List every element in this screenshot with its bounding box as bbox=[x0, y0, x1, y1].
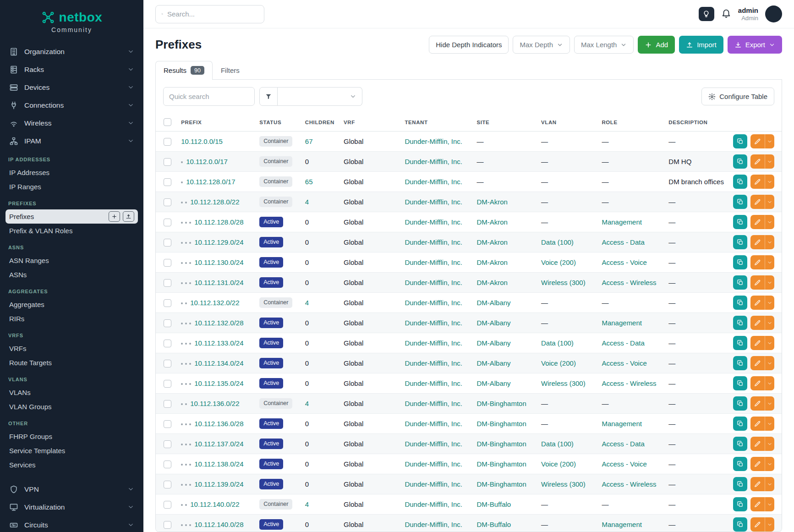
column-header-site[interactable]: SITE bbox=[472, 113, 537, 132]
site-link[interactable]: DM-Albany bbox=[476, 299, 510, 307]
saved-filter-select[interactable] bbox=[278, 87, 362, 106]
clone-button[interactable] bbox=[733, 497, 747, 511]
tenant-link[interactable]: Dunder-Mifflin, Inc. bbox=[405, 500, 462, 508]
vlan-link[interactable]: Voice (200) bbox=[541, 460, 576, 468]
clone-button[interactable] bbox=[733, 417, 747, 431]
user-menu[interactable]: admin Admin bbox=[738, 6, 758, 22]
children-link[interactable]: 4 bbox=[305, 400, 309, 407]
site-link[interactable]: DM-Binghamton bbox=[476, 460, 526, 468]
sidebar-item-vpn[interactable]: VPN bbox=[5, 480, 138, 498]
clone-button[interactable] bbox=[733, 517, 747, 532]
sidebar-item-devices[interactable]: Devices bbox=[5, 78, 138, 96]
edit-button[interactable] bbox=[750, 477, 765, 491]
vlan-link[interactable]: Wireless (300) bbox=[541, 279, 586, 286]
select-all-checkbox[interactable] bbox=[164, 118, 171, 126]
filter-button[interactable] bbox=[259, 87, 278, 106]
site-link[interactable]: DM-Binghamton bbox=[476, 440, 526, 448]
prefix-link[interactable]: 10.112.136.0/22 bbox=[190, 400, 239, 407]
sidebar-item-organization[interactable]: Organization bbox=[5, 43, 138, 60]
brand[interactable]: netbox Community bbox=[0, 0, 143, 35]
row-checkbox[interactable] bbox=[164, 420, 171, 428]
site-link[interactable]: DM-Albany bbox=[476, 359, 510, 367]
vlan-link[interactable]: Voice (200) bbox=[541, 258, 576, 266]
edit-button[interactable] bbox=[750, 296, 765, 310]
role-link[interactable]: Management bbox=[602, 521, 642, 528]
edit-dropdown-button[interactable] bbox=[765, 235, 774, 249]
prefix-link[interactable]: 10.112.132.0/22 bbox=[190, 299, 239, 307]
prefix-link[interactable]: 10.112.139.0/24 bbox=[194, 480, 243, 488]
tab-filters[interactable]: Filters bbox=[213, 61, 248, 80]
role-link[interactable]: Access - Wireless bbox=[602, 379, 656, 387]
edit-dropdown-button[interactable] bbox=[765, 396, 774, 411]
role-link[interactable]: Management bbox=[602, 420, 642, 428]
vlan-link[interactable]: Wireless (300) bbox=[541, 379, 586, 387]
prefix-link[interactable]: 10.112.130.0/24 bbox=[194, 258, 243, 266]
row-checkbox[interactable] bbox=[164, 380, 171, 388]
row-checkbox[interactable] bbox=[164, 259, 171, 267]
edit-button[interactable] bbox=[750, 275, 765, 290]
tenant-link[interactable]: Dunder-Mifflin, Inc. bbox=[405, 440, 462, 448]
row-checkbox[interactable] bbox=[164, 198, 171, 206]
role-link[interactable]: Access - Data bbox=[602, 440, 644, 448]
edit-dropdown-button[interactable] bbox=[765, 477, 774, 491]
edit-dropdown-button[interactable] bbox=[765, 195, 774, 209]
clone-button[interactable] bbox=[733, 356, 747, 370]
hide-depth-indicators-button[interactable]: Hide Depth Indicators bbox=[429, 36, 509, 54]
edit-dropdown-button[interactable] bbox=[765, 215, 774, 229]
prefix-link[interactable]: 10.112.132.0/28 bbox=[194, 319, 243, 327]
prefix-link[interactable]: 10.112.140.0/28 bbox=[194, 521, 243, 528]
clone-button[interactable] bbox=[733, 316, 747, 330]
clone-button[interactable] bbox=[733, 255, 747, 269]
sidebar-item-vlans[interactable]: VLANs bbox=[5, 385, 138, 400]
row-checkbox[interactable] bbox=[164, 178, 171, 186]
sidebar-item-vlan-groups[interactable]: VLAN Groups bbox=[5, 400, 138, 414]
edit-button[interactable] bbox=[750, 215, 765, 229]
edit-button[interactable] bbox=[750, 316, 765, 330]
tenant-link[interactable]: Dunder-Mifflin, Inc. bbox=[405, 178, 462, 186]
role-link[interactable]: Management bbox=[602, 319, 642, 327]
edit-button[interactable] bbox=[750, 255, 765, 269]
edit-dropdown-button[interactable] bbox=[765, 376, 774, 390]
edit-dropdown-button[interactable] bbox=[765, 316, 774, 330]
site-link[interactable]: DM-Akron bbox=[476, 198, 508, 206]
tenant-link[interactable]: Dunder-Mifflin, Inc. bbox=[405, 339, 462, 347]
prefix-link[interactable]: 10.112.136.0/28 bbox=[194, 420, 243, 428]
tenant-link[interactable]: Dunder-Mifflin, Inc. bbox=[405, 238, 462, 246]
sidebar-item-ipam[interactable]: IPAM bbox=[5, 132, 138, 150]
role-link[interactable]: Access - Voice bbox=[602, 460, 646, 468]
vlan-link[interactable]: Data (100) bbox=[541, 238, 574, 246]
clone-button[interactable] bbox=[733, 235, 747, 249]
tenant-link[interactable]: Dunder-Mifflin, Inc. bbox=[405, 137, 462, 145]
row-checkbox[interactable] bbox=[164, 319, 171, 327]
prefix-link[interactable]: 10.112.129.0/24 bbox=[194, 238, 243, 246]
clone-button[interactable] bbox=[733, 134, 747, 148]
sidebar-item-asns[interactable]: ASNs bbox=[5, 268, 138, 282]
tenant-link[interactable]: Dunder-Mifflin, Inc. bbox=[405, 218, 462, 226]
role-link[interactable]: Management bbox=[602, 218, 642, 226]
edit-button[interactable] bbox=[750, 356, 765, 370]
site-link[interactable]: DM-Buffalo bbox=[476, 500, 511, 508]
search-input[interactable] bbox=[167, 10, 258, 18]
edit-button[interactable] bbox=[750, 497, 765, 511]
edit-dropdown-button[interactable] bbox=[765, 437, 774, 451]
vlan-link[interactable]: Data (100) bbox=[541, 440, 574, 448]
clone-button[interactable] bbox=[733, 275, 747, 290]
vlan-link[interactable]: Wireless (300) bbox=[541, 480, 586, 488]
quick-search-input[interactable] bbox=[163, 87, 255, 106]
clone-button[interactable] bbox=[733, 195, 747, 209]
children-link[interactable]: 4 bbox=[305, 299, 309, 307]
column-header-role[interactable]: ROLE bbox=[597, 113, 664, 132]
edit-dropdown-button[interactable] bbox=[765, 457, 774, 471]
clone-button[interactable] bbox=[733, 175, 747, 189]
edit-dropdown-button[interactable] bbox=[765, 134, 774, 148]
role-link[interactable]: Access - Data bbox=[602, 339, 644, 347]
import-button[interactable]: Import bbox=[679, 36, 723, 54]
row-checkbox[interactable] bbox=[164, 521, 171, 529]
edit-dropdown-button[interactable] bbox=[765, 296, 774, 310]
clone-button[interactable] bbox=[733, 296, 747, 310]
row-checkbox[interactable] bbox=[164, 501, 171, 509]
row-checkbox[interactable] bbox=[164, 279, 171, 287]
edit-dropdown-button[interactable] bbox=[765, 356, 774, 370]
site-link[interactable]: DM-Akron bbox=[476, 218, 508, 226]
children-link[interactable]: 4 bbox=[305, 198, 309, 206]
